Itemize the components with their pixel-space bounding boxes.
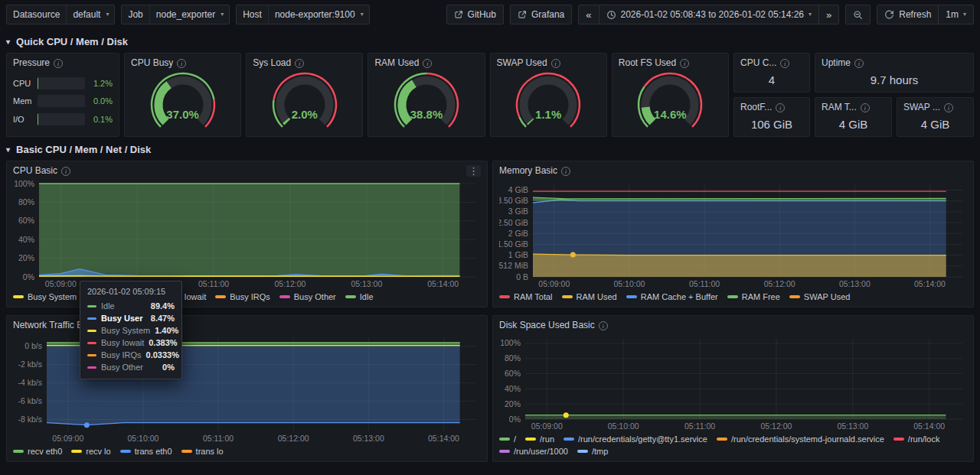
svg-text:-2 kb/s: -2 kb/s: [18, 360, 42, 369]
legend-color-swatch: [499, 438, 510, 441]
github-link-button[interactable]: GitHub: [446, 5, 504, 24]
info-icon[interactable]: i: [295, 59, 304, 68]
legend-item[interactable]: /: [499, 434, 516, 444]
info-icon[interactable]: i: [776, 103, 785, 112]
legend-item[interactable]: RAM Free: [727, 291, 780, 302]
legend-color-swatch: [727, 295, 738, 298]
info-icon[interactable]: i: [861, 103, 870, 112]
panel-title[interactable]: SWAP ...: [903, 102, 940, 113]
panel-title[interactable]: RAM Used: [374, 57, 419, 69]
panel-title[interactable]: Sys Load: [253, 57, 291, 69]
stat-value: 9.7 hours: [815, 70, 973, 92]
panel-title[interactable]: CPU Basic: [13, 165, 57, 177]
legend-item[interactable]: trans eth0: [120, 446, 172, 457]
info-icon[interactable]: i: [780, 59, 789, 68]
external-link-icon: [454, 10, 463, 19]
legend-item[interactable]: recv eth0: [13, 446, 62, 457]
time-shift-back-button[interactable]: «: [578, 5, 599, 24]
svg-text:05:09:00: 05:09:00: [45, 279, 77, 288]
panel-title[interactable]: SWAP Used: [497, 57, 547, 69]
panel-title[interactable]: CPU Busy: [131, 57, 173, 69]
panel-title[interactable]: Root FS Used: [619, 57, 676, 69]
legend-item[interactable]: /run/credentials/getty@tty1.service: [564, 434, 707, 444]
zoom-out-button[interactable]: [845, 5, 871, 24]
github-link-label: GitHub: [468, 9, 496, 20]
legend-color-swatch: [499, 450, 510, 453]
gauge-value: 38.8%: [368, 108, 484, 121]
legend-color-swatch: [215, 295, 226, 298]
svg-text:-6 kb/s: -6 kb/s: [18, 396, 42, 405]
info-icon[interactable]: i: [854, 59, 864, 68]
quick-panels-row: Pressure i CPU 1.2% Mem 0.0% I/O 0.1% CP…: [0, 53, 980, 137]
svg-text:05:13:00: 05:13:00: [353, 434, 384, 443]
info-icon[interactable]: i: [599, 321, 608, 330]
svg-text:05:14:00: 05:14:00: [428, 434, 459, 443]
refresh-label: Refresh: [899, 9, 931, 20]
legend-item[interactable]: /run: [525, 434, 554, 444]
section-quick-cpu-mem-disk[interactable]: ▾ Quick CPU / Mem / Disk: [0, 29, 980, 53]
legend-item[interactable]: Busy System: [13, 291, 77, 302]
tooltip-series-row: Idle89.4%: [87, 300, 175, 312]
memory-basic-legend: RAM TotalRAM UsedRAM Cache + BufferRAM F…: [493, 289, 973, 307]
legend-item[interactable]: /run/lock: [893, 434, 940, 444]
svg-text:80%: 80%: [505, 353, 521, 363]
pressure-row-value: 0.1%: [90, 115, 113, 124]
info-icon[interactable]: i: [54, 59, 63, 68]
info-icon[interactable]: i: [177, 59, 186, 68]
chart-hover-tooltip: 2026-01-02 05:09:15 Idle89.4%Busy User8.…: [80, 281, 182, 379]
refresh-button[interactable]: Refresh: [877, 5, 939, 24]
panel-title[interactable]: Pressure: [13, 57, 50, 69]
grafana-link-button[interactable]: Grafana: [510, 5, 572, 24]
panel-pressure: Pressure i CPU 1.2% Mem 0.0% I/O 0.1%: [6, 53, 119, 137]
info-icon[interactable]: i: [61, 167, 70, 176]
panel-title[interactable]: CPU C...: [740, 57, 776, 69]
legend-item[interactable]: /tmp: [577, 446, 608, 457]
legend-item[interactable]: SWAP Used: [789, 291, 851, 302]
legend-item[interactable]: recv lo: [71, 446, 110, 457]
legend-item[interactable]: RAM Used: [562, 291, 617, 302]
var-datasource: Datasource default ▾: [6, 5, 115, 24]
cpu-basic-chart[interactable]: 0%20%40%60%80%100%05:09:0005:10:0005:11:…: [13, 179, 481, 289]
legend-label: recv eth0: [28, 446, 62, 457]
memory-basic-chart[interactable]: 0 B512 MiB1 GiB1.50 GiB2 GiB2.50 GiB3 Gi…: [499, 179, 967, 289]
time-shift-forward-button[interactable]: »: [819, 5, 839, 24]
disk-space-chart[interactable]: 0%20%40%60%80%100%05:09:0005:10:0005:11:…: [499, 333, 967, 431]
legend-item[interactable]: Busy IRQs: [215, 291, 270, 302]
legend-item[interactable]: Idle: [345, 291, 374, 302]
legend-label: Busy IRQs: [230, 291, 270, 302]
svg-text:05:09:00: 05:09:00: [531, 421, 563, 431]
info-icon[interactable]: i: [680, 59, 689, 68]
legend-item[interactable]: /run/credentials/systemd-journald.servic…: [717, 434, 884, 444]
panel-cpu-basic: CPU Basic i ⋮ 0%20%40%60%80%100%05:09:00…: [6, 161, 488, 307]
var-host-select[interactable]: node-exporter:9100 ▾: [268, 5, 369, 24]
panel-title[interactable]: RootF...: [740, 102, 772, 113]
refresh-group: Refresh 1m ▾: [877, 5, 974, 24]
legend-item[interactable]: /run/user/1000: [499, 446, 568, 457]
panel-title[interactable]: RAM T...: [822, 102, 857, 113]
info-icon[interactable]: i: [423, 59, 432, 68]
panel-title[interactable]: Memory Basic: [499, 165, 557, 177]
legend-label: Idle: [360, 291, 374, 302]
legend-item[interactable]: RAM Cache + Buffer: [626, 291, 718, 302]
info-icon[interactable]: i: [561, 167, 570, 176]
legend-item[interactable]: RAM Total: [499, 291, 553, 302]
grafana-link-label: Grafana: [531, 9, 564, 20]
legend-color-swatch: [279, 295, 290, 298]
svg-text:3.50 GiB: 3.50 GiB: [499, 196, 528, 205]
kebab-menu-icon[interactable]: ⋮: [466, 165, 481, 177]
var-job-select[interactable]: node_exporter ▾: [149, 5, 229, 24]
panel-title[interactable]: Uptime: [822, 57, 851, 69]
pressure-row-value: 0.0%: [90, 96, 113, 106]
info-icon[interactable]: i: [551, 59, 560, 68]
svg-text:05:11:00: 05:11:00: [684, 421, 715, 431]
time-range-picker[interactable]: 2026-01-02 05:08:43 to 2026-01-02 05:14:…: [599, 5, 820, 24]
refresh-interval-select[interactable]: 1m ▾: [939, 5, 974, 24]
svg-text:05:14:00: 05:14:00: [913, 421, 945, 431]
section-basic-cpu-mem-net-disk[interactable]: ▾ Basic CPU / Mem / Net / Disk: [0, 137, 980, 161]
legend-item[interactable]: trans lo: [181, 446, 224, 457]
var-datasource-select[interactable]: default ▾: [66, 5, 114, 24]
legend-item[interactable]: Busy Other: [279, 291, 336, 302]
panel-title[interactable]: Disk Space Used Basic: [499, 320, 595, 331]
info-icon[interactable]: i: [944, 103, 953, 112]
clock-icon: [606, 10, 616, 20]
